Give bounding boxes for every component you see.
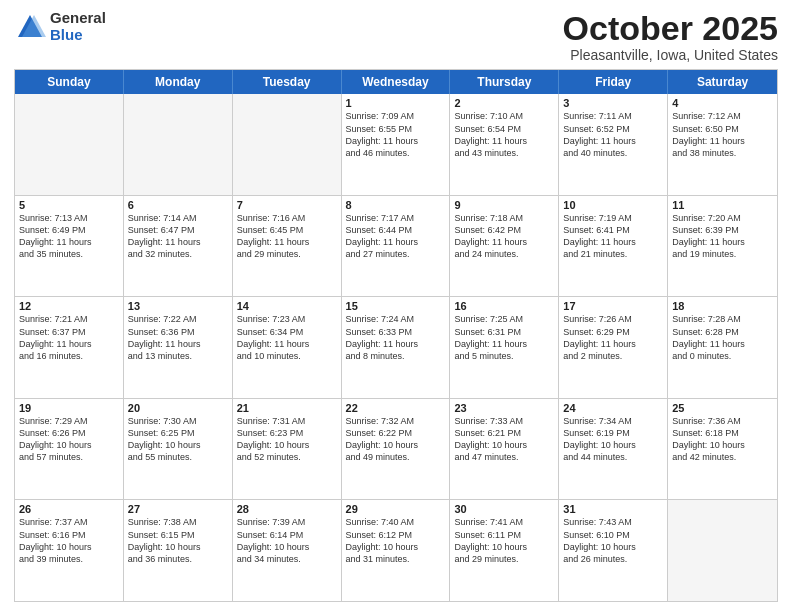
calendar-cell: 19Sunrise: 7:29 AM Sunset: 6:26 PM Dayli… bbox=[15, 399, 124, 500]
header-day-wednesday: Wednesday bbox=[342, 70, 451, 94]
logo-blue: Blue bbox=[50, 27, 106, 44]
day-number: 24 bbox=[563, 402, 663, 414]
cell-info: Sunrise: 7:10 AM Sunset: 6:54 PM Dayligh… bbox=[454, 110, 554, 159]
calendar-row-2: 5Sunrise: 7:13 AM Sunset: 6:49 PM Daylig… bbox=[15, 195, 777, 297]
header-day-sunday: Sunday bbox=[15, 70, 124, 94]
cell-info: Sunrise: 7:21 AM Sunset: 6:37 PM Dayligh… bbox=[19, 313, 119, 362]
day-number: 25 bbox=[672, 402, 773, 414]
cell-info: Sunrise: 7:22 AM Sunset: 6:36 PM Dayligh… bbox=[128, 313, 228, 362]
calendar-cell: 20Sunrise: 7:30 AM Sunset: 6:25 PM Dayli… bbox=[124, 399, 233, 500]
page: General Blue October 2025 Pleasantville,… bbox=[0, 0, 792, 612]
calendar-cell: 5Sunrise: 7:13 AM Sunset: 6:49 PM Daylig… bbox=[15, 196, 124, 297]
calendar-row-1: 1Sunrise: 7:09 AM Sunset: 6:55 PM Daylig… bbox=[15, 94, 777, 195]
cell-info: Sunrise: 7:30 AM Sunset: 6:25 PM Dayligh… bbox=[128, 415, 228, 464]
day-number: 9 bbox=[454, 199, 554, 211]
cell-info: Sunrise: 7:26 AM Sunset: 6:29 PM Dayligh… bbox=[563, 313, 663, 362]
calendar-cell: 15Sunrise: 7:24 AM Sunset: 6:33 PM Dayli… bbox=[342, 297, 451, 398]
day-number: 14 bbox=[237, 300, 337, 312]
calendar-cell: 28Sunrise: 7:39 AM Sunset: 6:14 PM Dayli… bbox=[233, 500, 342, 601]
cell-info: Sunrise: 7:28 AM Sunset: 6:28 PM Dayligh… bbox=[672, 313, 773, 362]
day-number: 7 bbox=[237, 199, 337, 211]
cell-info: Sunrise: 7:25 AM Sunset: 6:31 PM Dayligh… bbox=[454, 313, 554, 362]
title-location: Pleasantville, Iowa, United States bbox=[563, 47, 778, 63]
day-number: 13 bbox=[128, 300, 228, 312]
calendar-cell: 4Sunrise: 7:12 AM Sunset: 6:50 PM Daylig… bbox=[668, 94, 777, 195]
day-number: 12 bbox=[19, 300, 119, 312]
title-month: October 2025 bbox=[563, 10, 778, 47]
calendar-cell: 18Sunrise: 7:28 AM Sunset: 6:28 PM Dayli… bbox=[668, 297, 777, 398]
calendar-cell: 16Sunrise: 7:25 AM Sunset: 6:31 PM Dayli… bbox=[450, 297, 559, 398]
calendar-cell: 17Sunrise: 7:26 AM Sunset: 6:29 PM Dayli… bbox=[559, 297, 668, 398]
cell-info: Sunrise: 7:32 AM Sunset: 6:22 PM Dayligh… bbox=[346, 415, 446, 464]
day-number: 30 bbox=[454, 503, 554, 515]
header-day-monday: Monday bbox=[124, 70, 233, 94]
day-number: 15 bbox=[346, 300, 446, 312]
calendar-row-4: 19Sunrise: 7:29 AM Sunset: 6:26 PM Dayli… bbox=[15, 398, 777, 500]
day-number: 3 bbox=[563, 97, 663, 109]
header-day-saturday: Saturday bbox=[668, 70, 777, 94]
day-number: 8 bbox=[346, 199, 446, 211]
cell-info: Sunrise: 7:24 AM Sunset: 6:33 PM Dayligh… bbox=[346, 313, 446, 362]
day-number: 4 bbox=[672, 97, 773, 109]
title-block: October 2025 Pleasantville, Iowa, United… bbox=[563, 10, 778, 63]
calendar-cell: 1Sunrise: 7:09 AM Sunset: 6:55 PM Daylig… bbox=[342, 94, 451, 195]
calendar-cell: 14Sunrise: 7:23 AM Sunset: 6:34 PM Dayli… bbox=[233, 297, 342, 398]
cell-info: Sunrise: 7:31 AM Sunset: 6:23 PM Dayligh… bbox=[237, 415, 337, 464]
calendar-cell: 29Sunrise: 7:40 AM Sunset: 6:12 PM Dayli… bbox=[342, 500, 451, 601]
calendar-cell: 26Sunrise: 7:37 AM Sunset: 6:16 PM Dayli… bbox=[15, 500, 124, 601]
calendar-cell: 22Sunrise: 7:32 AM Sunset: 6:22 PM Dayli… bbox=[342, 399, 451, 500]
calendar-cell: 9Sunrise: 7:18 AM Sunset: 6:42 PM Daylig… bbox=[450, 196, 559, 297]
calendar-cell: 21Sunrise: 7:31 AM Sunset: 6:23 PM Dayli… bbox=[233, 399, 342, 500]
calendar-cell: 25Sunrise: 7:36 AM Sunset: 6:18 PM Dayli… bbox=[668, 399, 777, 500]
calendar-cell: 24Sunrise: 7:34 AM Sunset: 6:19 PM Dayli… bbox=[559, 399, 668, 500]
cell-info: Sunrise: 7:14 AM Sunset: 6:47 PM Dayligh… bbox=[128, 212, 228, 261]
logo: General Blue bbox=[14, 10, 106, 43]
calendar-cell: 6Sunrise: 7:14 AM Sunset: 6:47 PM Daylig… bbox=[124, 196, 233, 297]
day-number: 21 bbox=[237, 402, 337, 414]
day-number: 29 bbox=[346, 503, 446, 515]
cell-info: Sunrise: 7:29 AM Sunset: 6:26 PM Dayligh… bbox=[19, 415, 119, 464]
calendar-row-5: 26Sunrise: 7:37 AM Sunset: 6:16 PM Dayli… bbox=[15, 499, 777, 601]
day-number: 17 bbox=[563, 300, 663, 312]
cell-info: Sunrise: 7:40 AM Sunset: 6:12 PM Dayligh… bbox=[346, 516, 446, 565]
calendar-cell: 13Sunrise: 7:22 AM Sunset: 6:36 PM Dayli… bbox=[124, 297, 233, 398]
cell-info: Sunrise: 7:38 AM Sunset: 6:15 PM Dayligh… bbox=[128, 516, 228, 565]
cell-info: Sunrise: 7:41 AM Sunset: 6:11 PM Dayligh… bbox=[454, 516, 554, 565]
day-number: 28 bbox=[237, 503, 337, 515]
calendar-cell: 7Sunrise: 7:16 AM Sunset: 6:45 PM Daylig… bbox=[233, 196, 342, 297]
day-number: 6 bbox=[128, 199, 228, 211]
header-day-friday: Friday bbox=[559, 70, 668, 94]
cell-info: Sunrise: 7:18 AM Sunset: 6:42 PM Dayligh… bbox=[454, 212, 554, 261]
day-number: 22 bbox=[346, 402, 446, 414]
calendar-cell: 31Sunrise: 7:43 AM Sunset: 6:10 PM Dayli… bbox=[559, 500, 668, 601]
calendar-header: SundayMondayTuesdayWednesdayThursdayFrid… bbox=[15, 70, 777, 94]
cell-info: Sunrise: 7:36 AM Sunset: 6:18 PM Dayligh… bbox=[672, 415, 773, 464]
day-number: 19 bbox=[19, 402, 119, 414]
day-number: 16 bbox=[454, 300, 554, 312]
calendar-cell: 23Sunrise: 7:33 AM Sunset: 6:21 PM Dayli… bbox=[450, 399, 559, 500]
day-number: 31 bbox=[563, 503, 663, 515]
cell-info: Sunrise: 7:17 AM Sunset: 6:44 PM Dayligh… bbox=[346, 212, 446, 261]
day-number: 20 bbox=[128, 402, 228, 414]
calendar-cell: 10Sunrise: 7:19 AM Sunset: 6:41 PM Dayli… bbox=[559, 196, 668, 297]
logo-general: General bbox=[50, 10, 106, 27]
day-number: 5 bbox=[19, 199, 119, 211]
cell-info: Sunrise: 7:09 AM Sunset: 6:55 PM Dayligh… bbox=[346, 110, 446, 159]
calendar-body: 1Sunrise: 7:09 AM Sunset: 6:55 PM Daylig… bbox=[15, 94, 777, 601]
day-number: 26 bbox=[19, 503, 119, 515]
day-number: 1 bbox=[346, 97, 446, 109]
calendar-row-3: 12Sunrise: 7:21 AM Sunset: 6:37 PM Dayli… bbox=[15, 296, 777, 398]
day-number: 18 bbox=[672, 300, 773, 312]
cell-info: Sunrise: 7:20 AM Sunset: 6:39 PM Dayligh… bbox=[672, 212, 773, 261]
cell-info: Sunrise: 7:19 AM Sunset: 6:41 PM Dayligh… bbox=[563, 212, 663, 261]
day-number: 10 bbox=[563, 199, 663, 211]
calendar-cell bbox=[233, 94, 342, 195]
cell-info: Sunrise: 7:43 AM Sunset: 6:10 PM Dayligh… bbox=[563, 516, 663, 565]
calendar-cell bbox=[124, 94, 233, 195]
day-number: 23 bbox=[454, 402, 554, 414]
cell-info: Sunrise: 7:23 AM Sunset: 6:34 PM Dayligh… bbox=[237, 313, 337, 362]
calendar-cell: 11Sunrise: 7:20 AM Sunset: 6:39 PM Dayli… bbox=[668, 196, 777, 297]
calendar-cell bbox=[15, 94, 124, 195]
calendar-cell: 27Sunrise: 7:38 AM Sunset: 6:15 PM Dayli… bbox=[124, 500, 233, 601]
header-day-tuesday: Tuesday bbox=[233, 70, 342, 94]
